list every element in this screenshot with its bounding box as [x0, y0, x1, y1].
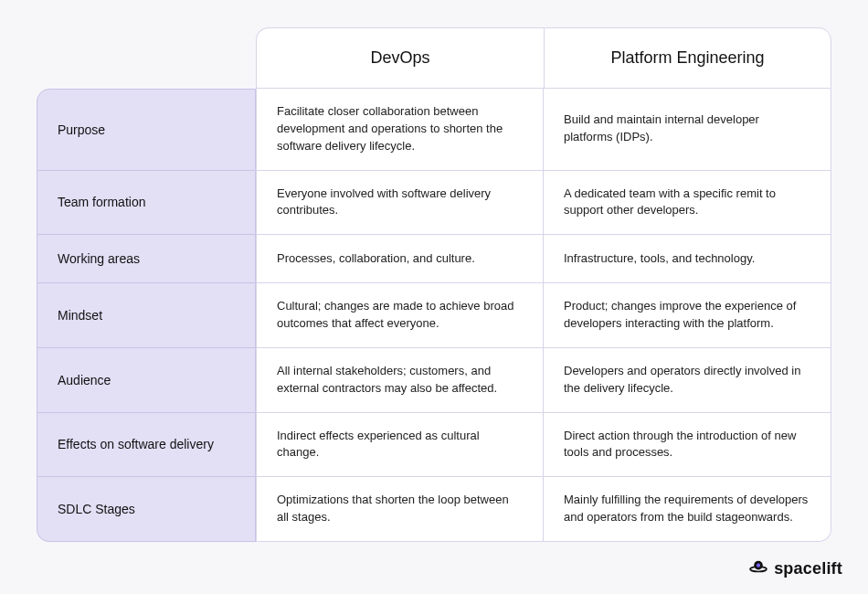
row-label: Team formation	[37, 171, 256, 236]
spacelift-icon	[748, 557, 768, 581]
header-blank	[37, 27, 256, 89]
cell-devops: Cultural; changes are made to achieve br…	[256, 283, 544, 348]
row-label: Working areas	[37, 235, 256, 283]
cell-platform-engineering: A dedicated team with a specific remit t…	[544, 171, 831, 236]
cell-platform-engineering: Developers and operators directly involv…	[544, 348, 831, 413]
table-header-row: DevOps Platform Engineering	[37, 27, 831, 89]
cell-devops: Indirect effects experienced as cultural…	[256, 413, 544, 478]
cell-platform-engineering: Infrastructure, tools, and technology.	[544, 235, 831, 283]
table-row: SDLC StagesOptimizations that shorten th…	[37, 477, 831, 542]
table-row: Working areasProcesses, collaboration, a…	[37, 235, 831, 283]
cell-platform-engineering: Product; changes improve the experience …	[544, 283, 831, 348]
table-row: Effects on software deliveryIndirect eff…	[37, 413, 831, 478]
cell-platform-engineering: Build and maintain internal developer pl…	[544, 89, 831, 171]
row-label: Effects on software delivery	[37, 413, 256, 478]
table-row: PurposeFacilitate closer collaboration b…	[37, 89, 831, 171]
cell-devops: Processes, collaboration, and culture.	[256, 235, 544, 283]
cell-devops: Facilitate closer collaboration between …	[256, 89, 544, 171]
table-row: AudienceAll internal stakeholders; custo…	[37, 348, 831, 413]
table-row: Team formationEveryone involved with sof…	[37, 171, 831, 236]
column-header-devops: DevOps	[256, 27, 544, 89]
comparison-table: DevOps Platform Engineering PurposeFacil…	[37, 27, 831, 542]
brand-name: spacelift	[774, 559, 842, 578]
table-row: MindsetCultural; changes are made to ach…	[37, 283, 831, 348]
cell-platform-engineering: Direct action through the introduction o…	[544, 413, 831, 478]
cell-devops: Optimizations that shorten the loop betw…	[256, 477, 544, 542]
row-label: Audience	[37, 348, 256, 413]
column-header-platform-engineering: Platform Engineering	[544, 27, 831, 89]
row-label: SDLC Stages	[37, 477, 256, 542]
svg-point-2	[757, 564, 760, 567]
cell-platform-engineering: Mainly fulfilling the requirements of de…	[544, 477, 831, 542]
brand-logo: spacelift	[748, 557, 842, 581]
cell-devops: Everyone involved with software delivery…	[256, 171, 544, 236]
row-label: Mindset	[37, 283, 256, 348]
row-label: Purpose	[37, 89, 256, 171]
cell-devops: All internal stakeholders; customers, an…	[256, 348, 544, 413]
